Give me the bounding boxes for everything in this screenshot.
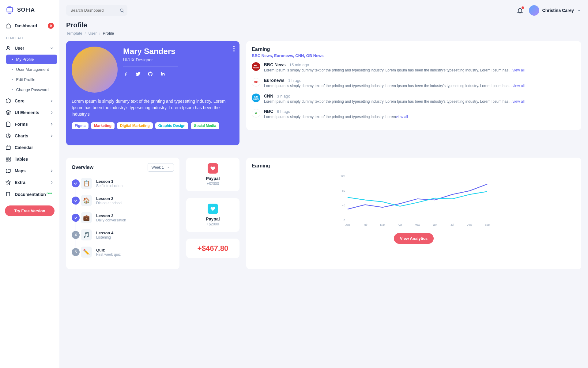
view-all-link[interactable]: view all: [396, 115, 408, 119]
more-icon[interactable]: [233, 46, 235, 52]
price-card: +$467.80: [186, 239, 239, 258]
box-icon: [6, 98, 11, 104]
pay2-amount: +$2000: [192, 222, 234, 226]
step-number: 4: [72, 231, 80, 239]
nav-ui-elements[interactable]: UI Elements: [0, 107, 59, 118]
line-chart: 04080120JanFebMarAprMayJunJulAugSep: [252, 173, 576, 228]
timeline-item[interactable]: 🏠 Lesson 2Dialog at school: [81, 195, 174, 206]
pay2-title: Paypal: [192, 217, 234, 221]
svg-point-1: [7, 46, 9, 48]
tag-social: Social Media: [191, 122, 219, 129]
chevron-down-icon: [577, 8, 581, 13]
nav-maps[interactable]: Maps: [0, 165, 59, 177]
chevron-right-icon: [50, 122, 54, 126]
earning-news-card: Earning BBC News, Euronews, CNN, GB News…: [246, 41, 581, 130]
logo[interactable]: SOFIA: [0, 6, 59, 20]
chevron-right-icon: [50, 180, 54, 185]
timeline-item[interactable]: 📋 Lesson 1Self introduction: [81, 178, 174, 189]
nav-forms[interactable]: Forms: [0, 118, 59, 130]
lesson-subtitle: Self introduction: [96, 184, 123, 188]
crumb-user[interactable]: User: [88, 31, 96, 36]
svg-text:May: May: [415, 223, 420, 226]
profile-name: Mary Sanders: [123, 47, 178, 56]
user-menu[interactable]: Christina Carey: [529, 5, 581, 16]
chevron-right-icon: [50, 99, 54, 103]
nav-extra[interactable]: Extra: [0, 177, 59, 188]
week-select[interactable]: Week 1: [148, 163, 174, 172]
svg-rect-7: [9, 160, 10, 161]
pay-card-1: Paypal +$2000: [186, 158, 239, 191]
nav-core[interactable]: Core: [0, 95, 59, 107]
chevron-right-icon: [50, 110, 54, 115]
lesson-icon: 🎵: [81, 229, 92, 240]
lesson-subtitle: Daily conversation: [96, 218, 126, 222]
twitter-icon[interactable]: [135, 71, 141, 77]
view-all-link[interactable]: view all: [513, 84, 525, 88]
github-icon[interactable]: [148, 71, 153, 77]
timeline-item[interactable]: 5 ✏️ QuizFirst week quiz: [81, 247, 174, 258]
topbar: Christina Carey: [66, 5, 581, 16]
section-template: TEMPLATE: [0, 32, 59, 42]
linkedin-icon[interactable]: [160, 71, 165, 77]
layers-icon: [6, 110, 11, 115]
sub-change-pw[interactable]: Change Password: [6, 85, 57, 94]
facebook-icon[interactable]: [123, 71, 129, 77]
chevron-down-icon: [167, 166, 170, 169]
news-logo-icon: 🦚: [252, 109, 260, 117]
news-text: Lorem Ipsum is simply dummy text of the …: [264, 99, 573, 104]
search-icon: [119, 8, 124, 13]
news-text: Lorem Ipsum is simply dummy text of the …: [264, 68, 573, 73]
profile-description: Lorem Ipsum is simply dummy text of the …: [72, 98, 234, 117]
view-all-link[interactable]: view all: [513, 68, 525, 72]
svg-rect-6: [6, 160, 8, 161]
nav-dashboard[interactable]: Dashboard 9: [0, 20, 59, 32]
svg-text:Feb: Feb: [363, 223, 368, 226]
main-content: Christina Carey Profile Template / User …: [59, 0, 588, 368]
overview-title: Overview: [72, 165, 93, 170]
pie-icon: [6, 133, 11, 139]
sub-my-profile[interactable]: My Profile: [6, 55, 57, 64]
book-icon: [6, 191, 11, 197]
news-title: CNN: [264, 94, 273, 98]
pay-column: Paypal +$2000 Paypal +$2000 +$467.80: [186, 158, 239, 269]
nav-docs[interactable]: Documentationnew: [0, 188, 59, 200]
news-item: BBCNEWS BBC News15 min ago Lorem Ipsum i…: [252, 62, 573, 73]
crumb-template[interactable]: Template: [66, 31, 82, 36]
svg-text:Apr: Apr: [398, 223, 402, 226]
search-input[interactable]: [66, 5, 127, 16]
calendar-icon: [6, 145, 11, 150]
view-analytics-button[interactable]: View Analytics: [394, 233, 434, 244]
pay-card-2: Paypal +$2000: [186, 198, 239, 232]
svg-rect-3: [6, 146, 10, 150]
svg-rect-5: [9, 157, 10, 159]
timeline-item[interactable]: 💼 Lesson 3Daily conversation: [81, 212, 174, 223]
price-value: +$467.80: [192, 244, 234, 253]
heart-icon: [208, 163, 218, 174]
news-list[interactable]: BBCNEWS BBC News15 min ago Lorem Ipsum i…: [252, 62, 576, 125]
news-item: CNN Euronews1 h ago Lorem Ipsum is simpl…: [252, 78, 573, 89]
news-time: 15 min ago: [289, 63, 309, 67]
svg-text:Mar: Mar: [380, 223, 385, 226]
nav-charts[interactable]: Charts: [0, 130, 59, 142]
search-wrapper: [66, 5, 127, 16]
sub-edit-profile[interactable]: Edit Profile: [6, 75, 57, 84]
nav-tables[interactable]: Tables: [0, 153, 59, 165]
svg-text:Jan: Jan: [345, 223, 350, 226]
tag-figma: Figma: [72, 122, 89, 129]
nav-calendar[interactable]: Calendar: [0, 142, 59, 153]
sub-user-mgmt[interactable]: User Management: [6, 65, 57, 74]
news-title: Euronews: [264, 78, 285, 83]
notification-dot: [522, 6, 524, 9]
profile-card: Mary Sanders UI/UX Designer Lorem Ipsum …: [66, 41, 239, 145]
timeline-item[interactable]: 4 🎵 Lesson 4Listening: [81, 229, 174, 240]
news-item: euronews CNN3 h ago Lorem Ipsum is simpl…: [252, 94, 573, 104]
nav-user[interactable]: User: [0, 42, 59, 54]
lesson-title: Lesson 4: [96, 231, 113, 235]
try-free-button[interactable]: Try Free Version: [5, 205, 55, 216]
tags: Figma Marketing Digital Marketing Graphi…: [72, 122, 234, 129]
notifications-button[interactable]: [517, 7, 523, 14]
view-all-link[interactable]: view all: [513, 99, 525, 104]
news-text: Lorem Ipsum is simply dummy text of the …: [264, 83, 573, 89]
app-name: SOFIA: [17, 7, 35, 13]
chart-card: Earning 04080120JanFebMarAprMayJunJulAug…: [246, 158, 581, 269]
